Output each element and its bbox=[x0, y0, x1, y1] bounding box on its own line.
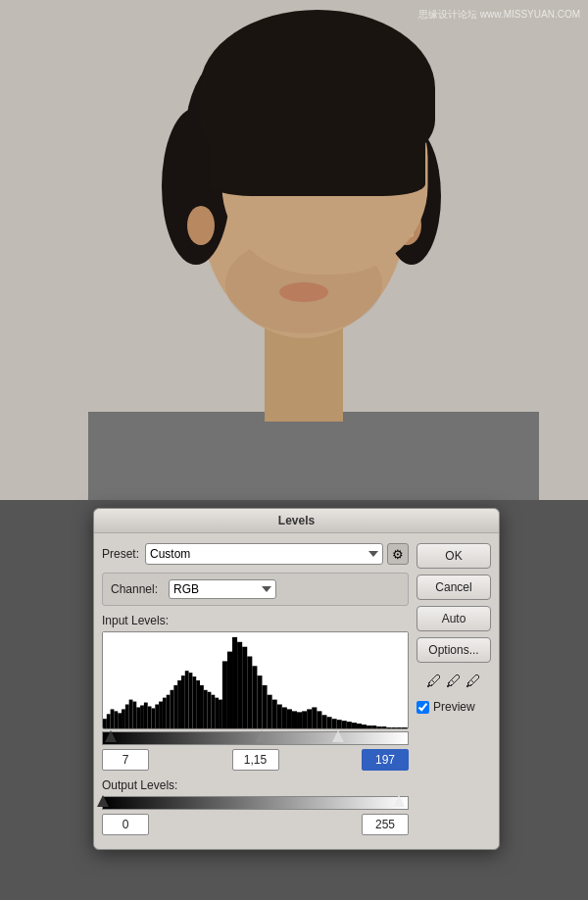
svg-rect-23 bbox=[114, 711, 118, 728]
svg-rect-47 bbox=[204, 690, 208, 728]
svg-rect-49 bbox=[211, 695, 215, 728]
eyedropper-row: 🖊 🖊 🖊 bbox=[416, 673, 491, 690]
svg-rect-71 bbox=[317, 711, 321, 728]
input-mid-value[interactable] bbox=[232, 749, 279, 771]
svg-rect-24 bbox=[118, 713, 122, 728]
input-black-value[interactable] bbox=[102, 749, 149, 771]
output-boxes bbox=[102, 814, 409, 835]
output-white-value[interactable] bbox=[362, 814, 409, 835]
svg-rect-53 bbox=[227, 652, 232, 728]
input-boxes bbox=[102, 749, 409, 771]
eyedropper-white-icon[interactable]: 🖊 bbox=[466, 673, 481, 690]
input-white-value[interactable] bbox=[362, 749, 409, 771]
preview-label: Preview bbox=[433, 700, 475, 714]
input-white-thumb[interactable] bbox=[332, 730, 344, 742]
svg-rect-87 bbox=[397, 727, 402, 728]
svg-rect-85 bbox=[386, 727, 391, 728]
svg-rect-72 bbox=[321, 715, 326, 728]
svg-rect-64 bbox=[282, 707, 287, 728]
channel-row: Channel: RGBRedGreenBlue bbox=[111, 579, 400, 599]
svg-rect-81 bbox=[367, 725, 371, 728]
svg-rect-84 bbox=[381, 726, 386, 728]
svg-rect-33 bbox=[152, 708, 156, 728]
svg-rect-56 bbox=[242, 647, 247, 728]
output-white-thumb[interactable] bbox=[393, 795, 405, 807]
svg-rect-74 bbox=[332, 719, 337, 728]
histogram bbox=[102, 631, 409, 729]
input-levels-label: Input Levels: bbox=[102, 614, 409, 627]
output-black-thumb[interactable] bbox=[97, 795, 109, 807]
gear-button[interactable]: ⚙ bbox=[387, 543, 409, 565]
svg-rect-86 bbox=[391, 727, 396, 728]
svg-rect-61 bbox=[268, 695, 272, 728]
svg-rect-70 bbox=[312, 707, 317, 728]
svg-rect-21 bbox=[107, 714, 111, 728]
ok-button[interactable]: OK bbox=[416, 543, 491, 569]
svg-rect-67 bbox=[297, 712, 302, 728]
input-slider-track[interactable] bbox=[102, 731, 409, 745]
svg-rect-37 bbox=[167, 695, 171, 728]
svg-rect-69 bbox=[307, 709, 312, 728]
preview-row: Preview bbox=[416, 700, 491, 714]
svg-rect-80 bbox=[362, 725, 367, 728]
svg-rect-68 bbox=[302, 711, 307, 728]
svg-rect-28 bbox=[132, 702, 136, 728]
svg-rect-27 bbox=[129, 700, 133, 728]
channel-box: Channel: RGBRedGreenBlue bbox=[102, 573, 409, 606]
preset-row: Preset: CustomDefaultDarkerIncrease Cont… bbox=[102, 543, 409, 565]
svg-rect-39 bbox=[173, 685, 177, 728]
auto-button[interactable]: Auto bbox=[416, 606, 491, 631]
svg-rect-73 bbox=[326, 717, 331, 728]
svg-rect-22 bbox=[111, 709, 115, 728]
svg-rect-35 bbox=[159, 702, 163, 728]
svg-rect-79 bbox=[357, 724, 362, 728]
svg-rect-65 bbox=[287, 709, 292, 728]
svg-rect-82 bbox=[371, 725, 376, 728]
preset-select[interactable]: CustomDefaultDarkerIncrease Contrast 1In… bbox=[145, 543, 383, 565]
svg-rect-51 bbox=[219, 700, 222, 728]
svg-rect-40 bbox=[177, 680, 181, 728]
output-black-value[interactable] bbox=[102, 814, 149, 835]
dialog-title: Levels bbox=[94, 509, 499, 533]
svg-rect-41 bbox=[181, 675, 185, 728]
svg-rect-58 bbox=[252, 666, 257, 728]
input-black-thumb[interactable] bbox=[105, 730, 117, 742]
svg-rect-52 bbox=[222, 661, 227, 728]
svg-rect-44 bbox=[192, 676, 196, 728]
svg-rect-59 bbox=[257, 675, 262, 728]
svg-rect-42 bbox=[185, 671, 189, 728]
left-panel: Preset: CustomDefaultDarkerIncrease Cont… bbox=[102, 543, 409, 839]
eyedropper-gray-icon[interactable]: 🖊 bbox=[446, 673, 462, 690]
svg-rect-54 bbox=[232, 637, 237, 728]
input-mid-thumb[interactable] bbox=[256, 730, 268, 742]
svg-rect-83 bbox=[376, 726, 381, 728]
watermark: 思缘设计论坛 www.MISSYUAN.COM bbox=[418, 8, 580, 22]
svg-rect-29 bbox=[136, 707, 140, 728]
preview-checkbox[interactable] bbox=[416, 701, 429, 714]
svg-rect-57 bbox=[247, 657, 252, 729]
output-slider-track[interactable] bbox=[102, 796, 409, 810]
svg-rect-34 bbox=[155, 705, 159, 729]
svg-rect-36 bbox=[163, 698, 167, 728]
svg-rect-55 bbox=[237, 642, 242, 728]
eyedropper-black-icon[interactable]: 🖊 bbox=[426, 673, 442, 690]
options-button[interactable]: Options... bbox=[416, 637, 491, 663]
svg-rect-60 bbox=[262, 685, 267, 728]
svg-rect-31 bbox=[144, 703, 148, 728]
svg-rect-88 bbox=[402, 727, 408, 728]
photo-area: 思缘设计论坛 www.MISSYUAN.COM bbox=[0, 0, 588, 500]
svg-rect-25 bbox=[122, 709, 125, 728]
svg-rect-50 bbox=[215, 698, 219, 728]
channel-select[interactable]: RGBRedGreenBlue bbox=[169, 579, 276, 599]
svg-rect-45 bbox=[196, 680, 200, 728]
svg-rect-76 bbox=[342, 721, 347, 728]
preset-label: Preset: bbox=[102, 547, 141, 561]
histogram-svg bbox=[103, 632, 408, 728]
channel-label: Channel: bbox=[111, 582, 165, 596]
shirt bbox=[0, 304, 588, 500]
cancel-button[interactable]: Cancel bbox=[416, 575, 491, 600]
svg-rect-30 bbox=[140, 705, 144, 728]
svg-rect-48 bbox=[208, 692, 212, 728]
output-levels-label: Output Levels: bbox=[102, 778, 409, 792]
svg-rect-20 bbox=[103, 719, 107, 728]
